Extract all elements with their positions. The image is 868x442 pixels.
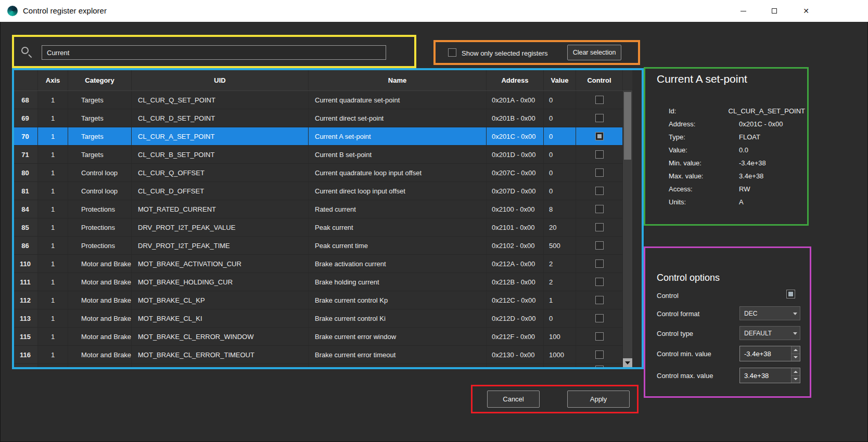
table-row[interactable]: 691TargetsCL_CUR_D_SET_POINTCurrent dire… — [13, 109, 623, 127]
header-row-number[interactable] — [13, 70, 38, 90]
spin-down-icon[interactable] — [792, 376, 800, 383]
cell-uid: MOT_BRAKE_CL_ERROR_WINDOW — [132, 328, 309, 345]
cell-num: 80 — [13, 164, 38, 181]
row-control-checkbox[interactable] — [595, 187, 604, 195]
register-table: Axis Category UID Name Address Value Con… — [13, 70, 632, 368]
cell-num: 115 — [13, 328, 38, 345]
row-control-checkbox[interactable] — [595, 223, 604, 231]
close-icon: ✕ — [803, 7, 809, 15]
cell-uid: CL_CUR_D_SET_POINT — [132, 109, 309, 127]
row-control-checkbox[interactable] — [595, 314, 604, 322]
cell-address — [487, 364, 544, 368]
spin-down-icon[interactable] — [792, 354, 800, 361]
table-row[interactable]: 701TargetsCL_CUR_A_SET_POINTCurrent A se… — [13, 127, 623, 146]
table-row[interactable]: 1111Motor and BrakeMOT_BRAKE_HOLDING_CUR… — [13, 273, 623, 291]
table-row[interactable]: 1131Motor and BrakeMOT_BRAKE_CL_KIBrake … — [13, 309, 623, 328]
vertical-scrollbar[interactable] — [623, 91, 632, 368]
header-name[interactable]: Name — [309, 70, 487, 90]
row-control-checkbox[interactable] — [595, 168, 604, 177]
spin-up-icon[interactable] — [792, 368, 800, 376]
row-control-checkbox[interactable] — [595, 259, 604, 268]
spinbox-arrows — [791, 346, 800, 361]
row-control-checkbox[interactable] — [595, 296, 604, 304]
table-row[interactable]: 1161Motor and BrakeMOT_BRAKE_CL_ERROR_TI… — [13, 346, 623, 364]
cell-category — [68, 364, 132, 368]
cell-name: Current quadrature set-point — [309, 91, 487, 109]
cell-num: 110 — [13, 255, 38, 272]
table-row[interactable]: 1101Motor and BrakeMOT_BRAKE_ACTIVATION_… — [13, 255, 623, 273]
cell-num: 68 — [13, 91, 38, 109]
table-row[interactable]: 801Control loopCL_CUR_Q_OFFSETCurrent qu… — [13, 164, 623, 182]
cell-name: Brake current control Kp — [309, 291, 487, 309]
cell-value: 20 — [544, 218, 576, 236]
cell-address: 0x212B - 0x00 — [487, 273, 544, 291]
control-type-label: Control type — [657, 330, 693, 337]
cell-address: 0x201B - 0x00 — [487, 109, 544, 127]
table-row[interactable] — [13, 364, 623, 368]
details-title: Current A set-point — [657, 73, 747, 85]
cell-value: 0 — [544, 182, 576, 200]
cell-uid: MOT_BRAKE_HOLDING_CUR — [132, 273, 309, 291]
search-input[interactable] — [42, 45, 386, 60]
header-axis[interactable]: Axis — [38, 70, 68, 90]
cell-control — [576, 364, 623, 368]
row-control-checkbox[interactable] — [595, 278, 604, 286]
header-value[interactable]: Value — [544, 70, 576, 90]
header-control[interactable]: Control — [576, 70, 623, 90]
cell-category: Motor and Brake — [68, 291, 132, 309]
cell-value: 2 — [544, 273, 576, 291]
row-control-checkbox[interactable] — [595, 241, 604, 250]
table-row[interactable]: 1151Motor and BrakeMOT_BRAKE_CL_ERROR_WI… — [13, 328, 623, 346]
table-row[interactable]: 841ProtectionsMOT_RATED_CURRENTRated cur… — [13, 200, 623, 218]
control-min-spinbox[interactable]: -3.4e+38 — [739, 346, 800, 361]
clear-selection-button[interactable]: Clear selection — [567, 45, 621, 60]
search-icon — [21, 47, 29, 54]
control-type-dropdown[interactable]: DEFAULT — [739, 326, 800, 340]
cell-category: Protections — [68, 200, 132, 218]
cell-control — [576, 127, 623, 145]
control-options-title: Control options — [657, 272, 720, 283]
table-row[interactable]: 851ProtectionsDRV_PROT_I2T_PEAK_VALUEPea… — [13, 218, 623, 237]
cell-address: 0x212D - 0x00 — [487, 309, 544, 327]
cell-value: 500 — [544, 237, 576, 254]
table-row[interactable]: 681TargetsCL_CUR_Q_SET_POINTCurrent quad… — [13, 91, 623, 109]
table-row[interactable]: 811Control loopCL_CUR_D_OFFSETCurrent di… — [13, 182, 623, 200]
maximize-button[interactable] — [762, 0, 786, 22]
row-control-checkbox[interactable] — [595, 150, 604, 159]
details-fields: Id:CL_CUR_A_SET_POINTAddress:0x201C - 0x… — [669, 105, 805, 209]
row-control-checkbox[interactable] — [595, 350, 604, 359]
cell-address: 0x201D - 0x00 — [487, 146, 544, 163]
show-only-selected-checkbox[interactable] — [448, 48, 456, 57]
table-row[interactable]: 861ProtectionsDRV_PROT_I2T_PEAK_TIMEPeak… — [13, 237, 623, 255]
row-control-checkbox[interactable] — [595, 114, 604, 122]
minimize-button[interactable] — [731, 0, 755, 22]
cell-name: Brake holding current — [309, 273, 487, 291]
cancel-button[interactable]: Cancel — [487, 391, 540, 408]
control-checkbox[interactable] — [786, 290, 795, 298]
spin-up-icon[interactable] — [792, 346, 800, 354]
row-control-checkbox[interactable] — [595, 205, 604, 213]
header-uid[interactable]: UID — [132, 70, 309, 90]
cell-uid: DRV_PROT_I2T_PEAK_TIME — [132, 237, 309, 254]
row-control-checkbox[interactable] — [595, 96, 604, 104]
cell-axis: 1 — [38, 91, 68, 109]
close-button[interactable]: ✕ — [794, 0, 818, 22]
table-row[interactable]: 711TargetsCL_CUR_B_SET_POINTCurrent B se… — [13, 146, 623, 164]
scrollbar-down-button[interactable] — [623, 358, 632, 368]
control-format-dropdown[interactable]: DEC — [739, 306, 800, 320]
detail-field-label: Value: — [669, 146, 739, 154]
cell-num: 112 — [13, 291, 38, 309]
row-control-checkbox[interactable] — [595, 366, 604, 368]
control-max-spinbox[interactable]: 3.4e+38 — [739, 368, 800, 383]
cell-value: 8 — [544, 200, 576, 218]
table-row[interactable]: 1121Motor and BrakeMOT_BRAKE_CL_KPBrake … — [13, 291, 623, 309]
row-control-checkbox[interactable] — [595, 132, 604, 140]
header-category[interactable]: Category — [68, 70, 132, 90]
scrollbar-thumb[interactable] — [624, 92, 631, 160]
header-address[interactable]: Address — [487, 70, 544, 90]
cell-control — [576, 291, 623, 309]
row-control-checkbox[interactable] — [595, 332, 604, 341]
detail-field-value: FLOAT — [739, 133, 760, 141]
control-type-value: DEFAULT — [744, 330, 772, 337]
apply-button[interactable]: Apply — [567, 391, 630, 408]
